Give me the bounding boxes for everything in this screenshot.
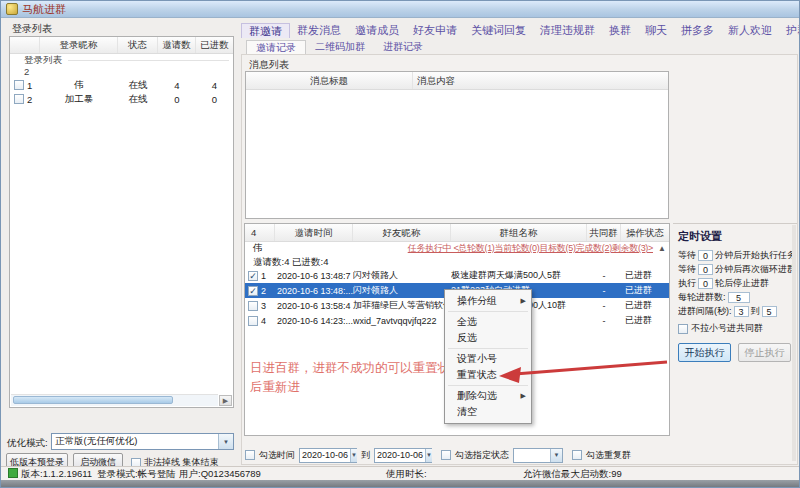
- row-checkbox[interactable]: ✓: [248, 286, 258, 296]
- login-nickname: 伟: [40, 79, 118, 92]
- header-operation-status[interactable]: 操作状态: [621, 224, 669, 241]
- filter-time-checkbox[interactable]: ✓: [245, 450, 255, 460]
- tab-change-group[interactable]: 换群: [602, 23, 638, 38]
- invite-time: 2020-10-6 13:48:...: [275, 286, 353, 296]
- login-status: 在线: [118, 93, 158, 106]
- menu-item-select-all[interactable]: 全选: [445, 314, 531, 330]
- login-invites: 4: [158, 80, 196, 91]
- title-bar[interactable]: 马航进群: [1, 1, 799, 18]
- tab-mass-message[interactable]: 群发消息: [290, 23, 348, 38]
- start-execution-button[interactable]: 开始执行: [678, 343, 731, 362]
- groups-per-round-input[interactable]: 5: [728, 292, 750, 303]
- login-joined: 4: [196, 80, 233, 91]
- menu-separator: [448, 385, 528, 386]
- timer-start-delay-row: 等待 0 分钟后开始执行任务: [678, 248, 797, 262]
- status-select[interactable]: ▼: [513, 448, 563, 463]
- date-to-select[interactable]: 2020-10-06 ▼: [374, 448, 432, 463]
- operation-status: 已进群: [621, 299, 669, 312]
- tab-friend-request[interactable]: 好友申请: [406, 23, 464, 38]
- login-nickname: 加工暴: [40, 93, 118, 106]
- header-status[interactable]: 状态: [118, 37, 158, 53]
- login-group-label: 登录列表: [10, 54, 233, 66]
- friend-nickname: wxid_7avtvqqvjfq222: [353, 316, 451, 326]
- rounds-input[interactable]: 0: [698, 278, 713, 289]
- header-count[interactable]: 4: [245, 224, 275, 241]
- row-checkbox[interactable]: ✓: [248, 271, 258, 281]
- header-friend-nickname[interactable]: 好友昵称: [353, 224, 451, 241]
- message-list-header: 消息标题 消息内容: [246, 72, 668, 90]
- login-row[interactable]: ✓ 2 加工暴 在线 0 0: [10, 92, 233, 106]
- tab-chat[interactable]: 聊天: [638, 23, 674, 38]
- menu-item-clear[interactable]: 清空: [445, 404, 531, 420]
- chevron-down-icon: ▼: [425, 449, 432, 462]
- row-checkbox[interactable]: ✓: [14, 94, 24, 104]
- row-checkbox[interactable]: ✓: [14, 80, 24, 90]
- optimize-mode-select[interactable]: 正常版(无任何优化) ▼: [51, 433, 234, 450]
- tab-clean-violation-group[interactable]: 清理违规群: [533, 23, 602, 38]
- header-joined-count[interactable]: 已进数: [196, 37, 233, 53]
- menu-item-delete-checked[interactable]: 删除勾选 ▶: [445, 388, 531, 404]
- header-message-title[interactable]: 消息标题: [246, 72, 413, 89]
- invite-table-header: 4 邀请时间 好友昵称 群组名称 共同群 操作状态: [245, 224, 669, 242]
- interval-max-input[interactable]: 5: [762, 306, 777, 317]
- menu-separator: [448, 311, 528, 312]
- menu-item-set-alt-account[interactable]: 设置小号: [445, 351, 531, 367]
- header-invite-count[interactable]: 邀请数: [158, 37, 196, 53]
- tab-group-invite[interactable]: 群邀请: [241, 23, 290, 38]
- timer-rounds-row: 执行 0 轮后停止进群: [678, 276, 797, 290]
- operation-status: 已进群: [621, 284, 669, 297]
- tab-invite-member[interactable]: 邀请成员: [348, 23, 406, 38]
- row-checkbox[interactable]: ✓: [248, 301, 258, 311]
- header-shared-group[interactable]: 共同群: [587, 224, 621, 241]
- scrollbar-thumb[interactable]: [13, 396, 173, 404]
- header-invite-time[interactable]: 邀请时间: [275, 224, 353, 241]
- tab-newcomer-welcome[interactable]: 新人欢迎: [721, 23, 779, 38]
- message-list: 消息标题 消息内容: [245, 71, 669, 219]
- annotation-text: 日进百群，进群不成功的可以重置状态后重新进: [250, 359, 470, 398]
- loop-delay-input[interactable]: 0: [698, 264, 713, 275]
- tab-pinduoduo[interactable]: 拼多多: [674, 23, 721, 38]
- login-group-count: 2: [10, 66, 233, 78]
- menu-separator: [448, 348, 528, 349]
- login-row[interactable]: ✓ 1 伟 在线 4 4: [10, 78, 233, 92]
- scroll-right-button[interactable]: ▶: [219, 395, 232, 406]
- task-running-link[interactable]: 任务执行中 <总轮数(1)当前轮数(0)目标数(5)完成数(2)剩余数(3)>: [408, 242, 653, 255]
- stop-execution-button[interactable]: 停止执行: [738, 343, 791, 362]
- header-group-name[interactable]: 群组名称: [451, 224, 587, 241]
- no-alt-shared-group-label: 不拉小号进共同群: [691, 322, 763, 335]
- header-nickname[interactable]: 登录昵称: [40, 37, 118, 53]
- header-message-content[interactable]: 消息内容: [413, 72, 668, 89]
- vertical-scrollbar[interactable]: [792, 225, 796, 461]
- subtab-invite-record[interactable]: 邀请记录: [246, 40, 306, 54]
- filter-status-checkbox[interactable]: ✓: [441, 450, 451, 460]
- row-checkbox[interactable]: ✓: [248, 316, 258, 326]
- message-list-title: 消息列表: [249, 58, 289, 72]
- menu-item-invert-selection[interactable]: 反选: [445, 330, 531, 346]
- interval-min-input[interactable]: 3: [734, 306, 749, 317]
- submenu-arrow-icon: ▶: [521, 388, 526, 404]
- menu-item-reset-status[interactable]: 重置状态: [445, 367, 531, 383]
- groups-per-round-row: 每轮进群数: 5: [678, 290, 797, 304]
- group-user: 伟: [253, 242, 263, 255]
- filter-bar: ✓ 勾选时间 2020-10-06 ▼ 到 2020-10-06 ▼ ✓ 勾选指…: [245, 447, 631, 463]
- invite-row[interactable]: ✓1 2020-10-6 13:48:7 闪对领路人 极速建群两天爆满500人5…: [245, 268, 669, 283]
- scroll-up-icon[interactable]: ▲: [658, 244, 666, 253]
- filter-duplicate-checkbox[interactable]: ✓: [572, 450, 582, 460]
- filter-status-label: 勾选指定状态: [455, 449, 509, 462]
- friend-nickname: 闪对领路人: [353, 284, 451, 297]
- menu-item-group-ops[interactable]: 操作分组 ▶: [445, 293, 531, 309]
- start-delay-input[interactable]: 0: [698, 250, 713, 261]
- context-menu: 操作分组 ▶ 全选 反选 设置小号 重置状态 删除勾选 ▶ 清空: [444, 289, 532, 424]
- subtab-qrcode-join[interactable]: 二维码加群: [306, 40, 374, 54]
- tab-keyword-reply[interactable]: 关键词回复: [464, 23, 533, 38]
- no-alt-shared-group-option[interactable]: ✓ 不拉小号进共同群: [678, 321, 797, 336]
- date-from-select[interactable]: 2020-10-06 ▼: [299, 448, 357, 463]
- chevron-down-icon: ▼: [350, 449, 357, 462]
- no-alt-shared-group-checkbox[interactable]: ✓: [678, 324, 688, 334]
- scroll-right-icon: ▶: [223, 397, 228, 404]
- group-header-row: 伟 任务执行中 <总轮数(1)当前轮数(0)目标数(5)完成数(2)剩余数(3)…: [245, 242, 669, 255]
- subtab-join-record[interactable]: 进群记录: [374, 40, 432, 54]
- horizontal-scrollbar[interactable]: [11, 394, 218, 406]
- timer-panel-title: 定时设置: [678, 229, 797, 244]
- tab-guard-group[interactable]: 护群: [779, 23, 800, 38]
